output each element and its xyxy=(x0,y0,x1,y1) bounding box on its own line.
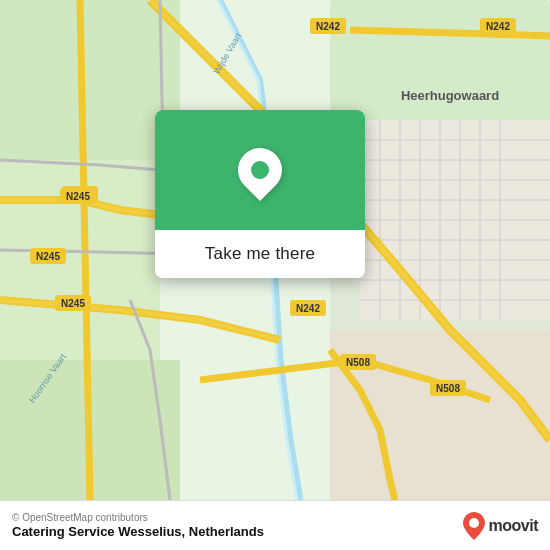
svg-text:N242: N242 xyxy=(486,21,510,32)
svg-text:N242: N242 xyxy=(296,303,320,314)
svg-text:N245: N245 xyxy=(36,251,60,262)
svg-text:N508: N508 xyxy=(436,383,460,394)
svg-text:N245: N245 xyxy=(66,191,90,202)
svg-text:N242: N242 xyxy=(316,21,340,32)
popup-green-area xyxy=(155,110,365,230)
map-container: N245 N245 N245 N245 N242 N242 N242 N508 … xyxy=(0,0,550,500)
location-pin-icon xyxy=(238,148,282,192)
svg-text:N245: N245 xyxy=(61,298,85,309)
take-me-there-button[interactable]: Take me there xyxy=(193,240,327,268)
svg-rect-23 xyxy=(0,0,180,160)
copyright-text: © OpenStreetMap contributors xyxy=(12,512,264,523)
moovit-pin-icon xyxy=(463,512,485,540)
popup-card: Take me there xyxy=(155,110,365,278)
svg-point-47 xyxy=(469,518,479,528)
svg-text:Heerhugowaard: Heerhugowaard xyxy=(401,88,499,103)
location-name: Catering Service Wesselius, Netherlands xyxy=(12,524,264,539)
moovit-logo-text: moovit xyxy=(489,517,538,535)
popup-button-area: Take me there xyxy=(155,230,365,278)
moovit-logo: moovit xyxy=(463,512,538,540)
bottom-bar: © OpenStreetMap contributors Catering Se… xyxy=(0,500,550,550)
svg-text:N508: N508 xyxy=(346,357,370,368)
location-info: © OpenStreetMap contributors Catering Se… xyxy=(12,512,264,539)
